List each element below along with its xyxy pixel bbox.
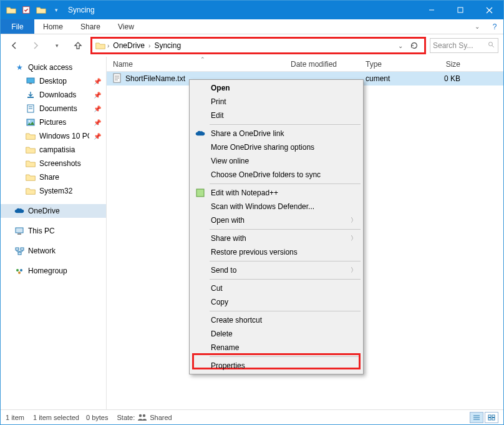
qat-new-folder-button[interactable] [34,3,48,17]
search-input[interactable]: Search Sy... [430,38,498,53]
sidebar-label: Documents [39,104,77,113]
sidebar-item-system32[interactable]: System32 [1,184,106,198]
menu-item-share-onedrive[interactable]: Share a OneDrive link [191,127,362,140]
qat-dropdown-button[interactable]: ▾ [49,3,63,17]
sidebar-item-thispc[interactable]: This PC [1,224,106,238]
sidebar-item-windows10pc1[interactable]: Windows 10 PC 1 📌 [1,129,106,143]
column-type[interactable]: Type [359,60,422,69]
address-bar[interactable]: › OneDrive › Syncing ⌄ [90,37,426,54]
chevron-right-icon: 〉 [351,266,357,275]
menu-item-delete[interactable]: Delete [191,327,362,341]
forward-button[interactable] [27,37,44,54]
sidebar-item-homegroup[interactable]: Homegroup [1,264,106,278]
star-icon: ★ [14,62,24,72]
status-item-count: 1 item [6,414,24,421]
file-tab[interactable]: File [1,19,34,34]
menu-item-scan-defender[interactable]: Scan with Windows Defender... [191,200,362,213]
sidebar-item-documents[interactable]: Documents 📌 [1,102,106,115]
qat-properties-button[interactable] [19,3,33,17]
back-button[interactable] [6,37,23,54]
menu-separator [210,311,361,311]
sidebar-label: Share [39,173,59,182]
sidebar-item-pictures[interactable]: Pictures 📌 [1,115,106,129]
recent-locations-button[interactable]: ▾ [48,37,65,54]
column-date[interactable]: Date modified [284,60,359,69]
minimize-button[interactable] [417,1,446,19]
large-icons-view-button[interactable] [485,412,498,423]
menu-item-view-online[interactable]: View online [191,154,362,168]
breadcrumb-onedrive[interactable]: OneDrive [110,41,147,50]
column-size[interactable]: Size [422,60,472,69]
people-icon [137,413,147,422]
menu-item-edit-npp[interactable]: Edit with Notepad++ [191,186,362,200]
menu-item-cut[interactable]: Cut [191,281,362,295]
svg-point-29 [143,414,145,416]
folder-icon [26,145,36,155]
sidebar-label: Downloads [39,90,76,99]
sort-indicator-icon: ⌃ [200,56,205,62]
tab-home[interactable]: Home [34,19,72,34]
column-name[interactable]: Name ⌃ [107,60,284,69]
notepadpp-icon [195,187,206,198]
svg-rect-18 [21,248,24,250]
menu-item-send-to[interactable]: Send to〉 [191,263,362,277]
pin-icon: 📌 [94,133,101,140]
menu-item-choose-sync[interactable]: Choose OneDrive folders to sync [191,168,362,182]
navigation-pane[interactable]: ★ Quick access Desktop 📌 Downloads 📌 Doc… [1,57,107,409]
ribbon-expand-button[interactable]: ⌄ [468,19,486,34]
sidebar-item-quick-access[interactable]: ★ Quick access [1,61,106,74]
menu-item-rename[interactable]: Rename [191,341,362,354]
svg-point-22 [18,271,21,274]
menu-item-open-with[interactable]: Open with〉 [191,213,362,227]
menu-item-properties[interactable]: Properties [191,359,362,373]
column-label: Name [113,60,133,69]
titlebar: ▾ Syncing [1,1,503,19]
file-cell-type: cument [359,74,422,83]
folder-icon [26,159,36,169]
onedrive-icon [195,128,206,139]
menu-item-open[interactable]: Open [191,81,362,95]
view-switcher [470,412,498,423]
tab-view[interactable]: View [109,19,143,34]
svg-rect-17 [16,248,19,250]
menu-item-create-shortcut[interactable]: Create shortcut [191,313,362,327]
menu-item-restore[interactable]: Restore previous versions [191,245,362,259]
search-icon [488,41,495,51]
sidebar-item-screenshots[interactable]: Screenshots [1,157,106,170]
svg-point-20 [16,269,19,271]
breadcrumb-syncing[interactable]: Syncing [152,41,183,50]
up-button[interactable] [69,37,87,54]
sidebar-item-desktop[interactable]: Desktop 📌 [1,74,106,88]
menu-item-print[interactable]: Print [191,95,362,109]
column-headers: Name ⌃ Date modified Type Size [107,57,503,72]
maximize-button[interactable] [446,1,475,19]
menu-separator [210,183,361,184]
sidebar-item-share[interactable]: Share [1,170,106,184]
chevron-right-icon[interactable]: › [106,42,110,49]
sidebar-item-downloads[interactable]: Downloads 📌 [1,88,106,102]
help-button[interactable]: ? [486,19,503,34]
folder-icon [26,131,36,141]
menu-item-share-with[interactable]: Share with〉 [191,232,362,245]
sidebar-item-onedrive[interactable]: OneDrive [1,204,106,218]
status-state: State: Shared [117,413,172,422]
context-menu: Open Print Edit Share a OneDrive link Mo… [189,79,364,374]
svg-rect-19 [18,252,21,255]
address-history-button[interactable]: ⌄ [397,42,404,49]
svg-line-6 [492,45,494,47]
sidebar-item-network[interactable]: Network [1,244,106,258]
explorer-window: ▾ Syncing File Home Share View ⌄ ? ▾ [0,0,504,425]
menu-item-more-sharing[interactable]: More OneDrive sharing options [191,140,362,154]
pc-icon [14,226,24,236]
tab-share[interactable]: Share [72,19,109,34]
menu-item-copy[interactable]: Copy [191,295,362,309]
close-button[interactable] [475,1,503,19]
refresh-button[interactable] [407,38,422,53]
sidebar-item-campatisia[interactable]: campatisia [1,143,106,157]
menu-item-edit[interactable]: Edit [191,109,362,122]
sidebar-label: Screenshots [39,159,81,168]
chevron-right-icon[interactable]: › [147,42,152,49]
onedrive-icon [14,206,24,216]
details-view-button[interactable] [470,412,483,423]
window-controls [417,1,503,19]
